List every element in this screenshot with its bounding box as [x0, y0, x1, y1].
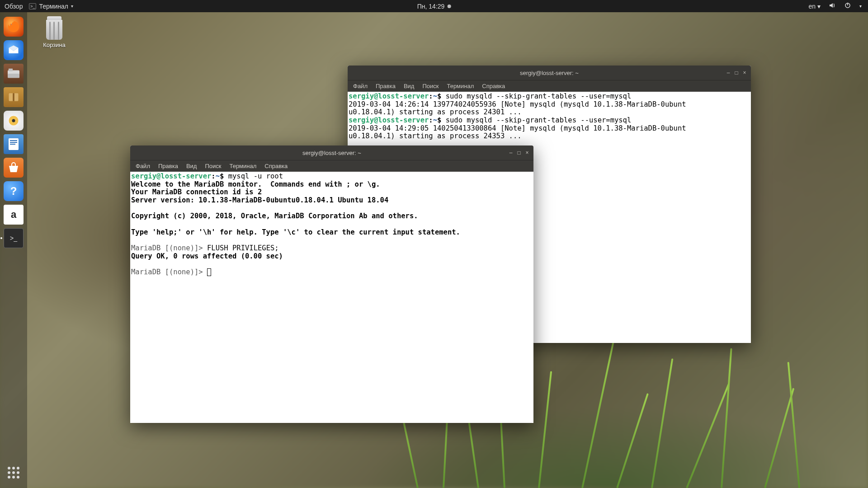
svg-rect-5 — [8, 74, 19, 78]
menubar: Файл Правка Вид Поиск Терминал Справка — [348, 80, 751, 92]
window-title: sergiy@losst-server: ~ — [302, 150, 361, 156]
svg-rect-4 — [9, 69, 13, 71]
menu-edit[interactable]: Правка — [158, 163, 178, 169]
menu-file[interactable]: Файл — [353, 83, 368, 89]
menu-search[interactable]: Поиск — [205, 163, 221, 169]
app-menu[interactable]: >_ Терминал ▾ — [29, 3, 73, 10]
minimize-button[interactable]: – — [507, 149, 514, 156]
dock-amazon[interactable]: a — [4, 205, 24, 225]
cursor-icon — [207, 268, 211, 276]
menu-terminal[interactable]: Терминал — [229, 163, 256, 169]
terminal-output[interactable]: sergiy@losst-server:~$ mysql -u root Wel… — [130, 172, 533, 423]
svg-rect-1 — [847, 3, 848, 5]
dock-files[interactable] — [4, 64, 24, 84]
menu-search[interactable]: Поиск — [422, 83, 439, 89]
svg-point-9 — [12, 119, 15, 122]
close-button[interactable]: × — [741, 69, 748, 76]
menu-help[interactable]: Справка — [264, 163, 288, 169]
svg-rect-13 — [10, 144, 15, 145]
notification-dot-icon — [447, 5, 451, 8]
terminal-window-front[interactable]: sergiy@losst-server: ~ – □ × Файл Правка… — [130, 145, 533, 423]
top-bar: Обзор >_ Терминал ▾ Пн, 14:29 en ▾ ▾ — [0, 0, 868, 12]
svg-rect-12 — [10, 142, 17, 143]
dock-terminal[interactable]: >_ — [4, 228, 24, 248]
dock-rhythmbox[interactable] — [4, 111, 24, 131]
app-menu-label: Терминал — [39, 3, 68, 10]
system-menu-chevron-icon[interactable]: ▾ — [859, 4, 862, 9]
menu-terminal[interactable]: Терминал — [447, 83, 474, 89]
menubar: Файл Правка Вид Поиск Терминал Справка — [130, 160, 533, 172]
maximize-button[interactable]: □ — [733, 69, 740, 76]
menu-file[interactable]: Файл — [136, 163, 150, 169]
dock-firefox[interactable] — [4, 17, 24, 37]
show-applications-button[interactable] — [4, 463, 24, 483]
dock-writer[interactable] — [4, 134, 24, 154]
menu-edit[interactable]: Правка — [376, 83, 396, 89]
clock-label: Пн, 14:29 — [417, 3, 445, 10]
dock-software[interactable] — [4, 158, 24, 178]
maximize-button[interactable]: □ — [515, 149, 523, 156]
menu-view[interactable]: Вид — [404, 83, 415, 89]
desktop-trash[interactable]: Корзина — [36, 16, 72, 48]
dock: ? a >_ — [0, 12, 27, 488]
power-icon[interactable] — [844, 2, 851, 10]
activities-button[interactable]: Обзор — [5, 3, 23, 10]
titlebar[interactable]: sergiy@losst-server: ~ – □ × — [130, 145, 533, 160]
svg-rect-11 — [10, 140, 17, 141]
titlebar[interactable]: sergiy@losst-server: ~ – □ × — [348, 66, 751, 80]
trash-icon — [44, 16, 64, 40]
window-title: sergiy@losst-server: ~ — [520, 70, 579, 76]
volume-icon[interactable] — [829, 2, 836, 10]
desktop-trash-label: Корзина — [36, 42, 72, 48]
keyboard-layout[interactable]: en ▾ — [809, 3, 821, 10]
menu-view[interactable]: Вид — [186, 163, 197, 169]
menu-help[interactable]: Справка — [482, 83, 505, 89]
dock-archive[interactable] — [4, 87, 24, 107]
clock[interactable]: Пн, 14:29 — [417, 3, 451, 10]
chevron-down-icon: ▾ — [71, 4, 73, 9]
terminal-icon: >_ — [29, 3, 36, 9]
dock-help[interactable]: ? — [4, 181, 24, 201]
dock-thunderbird[interactable] — [4, 40, 24, 60]
svg-rect-7 — [13, 93, 14, 101]
minimize-button[interactable]: – — [725, 69, 732, 76]
close-button[interactable]: × — [524, 149, 531, 156]
